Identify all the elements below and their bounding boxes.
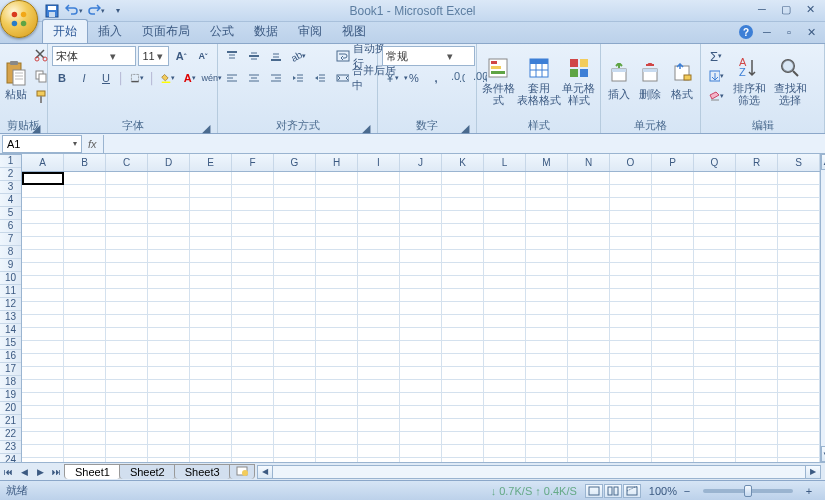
row-header-19[interactable]: 19 — [0, 389, 21, 402]
mdi-restore[interactable]: ▫ — [781, 25, 797, 39]
sheet-tab-1[interactable]: Sheet1 — [64, 464, 121, 479]
row-header-16[interactable]: 16 — [0, 350, 21, 363]
tab-review[interactable]: 审阅 — [288, 20, 332, 43]
scroll-up-button[interactable]: ▲ — [821, 154, 825, 170]
close-button[interactable]: ✕ — [799, 2, 821, 16]
next-sheet-button[interactable]: ▶ — [32, 464, 48, 480]
row-header-4[interactable]: 4 — [0, 194, 21, 207]
row-header-21[interactable]: 21 — [0, 415, 21, 428]
percent-button[interactable]: % — [404, 68, 424, 88]
tab-view[interactable]: 视图 — [332, 20, 376, 43]
row-header-6[interactable]: 6 — [0, 220, 21, 233]
row-header-10[interactable]: 10 — [0, 272, 21, 285]
prev-sheet-button[interactable]: ◀ — [16, 464, 32, 480]
page-layout-view-button[interactable] — [604, 484, 622, 498]
new-sheet-button[interactable] — [229, 464, 255, 479]
orientation-button[interactable]: ab▾ — [288, 46, 309, 66]
format-cells-button[interactable]: 格式 — [668, 46, 696, 116]
paste-button[interactable]: 粘贴 — [4, 46, 28, 116]
col-header-P[interactable]: P — [652, 154, 694, 171]
minimize-button[interactable]: ─ — [751, 2, 773, 16]
col-header-B[interactable]: B — [64, 154, 106, 171]
number-format-combo[interactable]: 常规▾ — [382, 46, 475, 66]
clipboard-launcher[interactable]: ◢ — [31, 122, 41, 132]
name-box[interactable]: A1▾ — [2, 135, 82, 153]
redo-button[interactable]: ▾ — [86, 2, 106, 20]
sheet-tab-2[interactable]: Sheet2 — [119, 464, 176, 479]
increase-decimal-button[interactable]: .0.00 — [448, 68, 468, 88]
row-header-22[interactable]: 22 — [0, 428, 21, 441]
tab-data[interactable]: 数据 — [244, 20, 288, 43]
col-header-J[interactable]: J — [400, 154, 442, 171]
font-name-combo[interactable]: 宋体▾ — [52, 46, 136, 66]
mdi-minimize[interactable]: ─ — [759, 25, 775, 39]
col-header-L[interactable]: L — [484, 154, 526, 171]
fx-icon[interactable]: fx — [82, 138, 103, 150]
fill-color-button[interactable]: ▾ — [158, 68, 178, 88]
align-left-button[interactable] — [222, 68, 242, 88]
row-header-11[interactable]: 11 — [0, 285, 21, 298]
insert-cells-button[interactable]: 插入 — [605, 46, 633, 116]
row-header-24[interactable]: 24 — [0, 454, 21, 462]
align-center-button[interactable] — [244, 68, 264, 88]
col-header-F[interactable]: F — [232, 154, 274, 171]
row-header-12[interactable]: 12 — [0, 298, 21, 311]
cell-styles-button[interactable]: 单元格 样式 — [562, 46, 597, 116]
zoom-out-button[interactable]: − — [677, 481, 697, 501]
first-sheet-button[interactable]: ⏮ — [0, 464, 16, 480]
row-header-9[interactable]: 9 — [0, 259, 21, 272]
col-header-S[interactable]: S — [778, 154, 820, 171]
align-right-button[interactable] — [266, 68, 286, 88]
help-icon[interactable]: ? — [739, 25, 753, 39]
grow-font-button[interactable]: Aˆ — [171, 46, 191, 66]
align-top-button[interactable] — [222, 46, 242, 66]
row-header-14[interactable]: 14 — [0, 324, 21, 337]
font-size-combo[interactable]: 11▾ — [138, 46, 169, 66]
col-header-H[interactable]: H — [316, 154, 358, 171]
row-header-18[interactable]: 18 — [0, 376, 21, 389]
shrink-font-button[interactable]: Aˇ — [193, 46, 213, 66]
col-header-M[interactable]: M — [526, 154, 568, 171]
align-launcher[interactable]: ◢ — [361, 122, 371, 132]
vertical-scrollbar[interactable]: ▲ ▼ — [820, 154, 825, 462]
scroll-down-button[interactable]: ▼ — [821, 446, 825, 462]
tab-insert[interactable]: 插入 — [88, 20, 132, 43]
row-header-2[interactable]: 2 — [0, 168, 21, 181]
col-header-O[interactable]: O — [610, 154, 652, 171]
increase-indent-button[interactable] — [310, 68, 330, 88]
comma-button[interactable]: , — [426, 68, 446, 88]
sort-filter-button[interactable]: AZ排序和 筛选 — [730, 46, 768, 116]
row-header-17[interactable]: 17 — [0, 363, 21, 376]
number-launcher[interactable]: ◢ — [460, 122, 470, 132]
sheet-tab-3[interactable]: Sheet3 — [174, 464, 231, 479]
col-header-Q[interactable]: Q — [694, 154, 736, 171]
col-header-I[interactable]: I — [358, 154, 400, 171]
scroll-left-button[interactable]: ◀ — [257, 465, 273, 479]
bold-button[interactable]: B — [52, 68, 72, 88]
row-header-7[interactable]: 7 — [0, 233, 21, 246]
autosum-button[interactable]: Σ▾ — [705, 46, 727, 66]
border-button[interactable]: ▾ — [127, 68, 147, 88]
accounting-format-button[interactable]: ¥▾ — [382, 68, 402, 88]
horizontal-scrollbar[interactable]: ◀ ▶ — [257, 465, 821, 479]
clear-button[interactable]: ▾ — [705, 86, 727, 106]
row-header-3[interactable]: 3 — [0, 181, 21, 194]
font-launcher[interactable]: ◢ — [201, 122, 211, 132]
tab-formulas[interactable]: 公式 — [200, 20, 244, 43]
mdi-close[interactable]: ✕ — [803, 25, 819, 39]
font-color-button[interactable]: A▾ — [180, 68, 200, 88]
fill-button[interactable]: ▾ — [705, 66, 727, 86]
col-header-N[interactable]: N — [568, 154, 610, 171]
col-header-D[interactable]: D — [148, 154, 190, 171]
conditional-format-button[interactable]: 条件格式 — [481, 46, 516, 116]
col-header-K[interactable]: K — [442, 154, 484, 171]
col-header-E[interactable]: E — [190, 154, 232, 171]
underline-button[interactable]: U — [96, 68, 116, 88]
row-header-8[interactable]: 8 — [0, 246, 21, 259]
row-header-5[interactable]: 5 — [0, 207, 21, 220]
col-header-R[interactable]: R — [736, 154, 778, 171]
delete-cells-button[interactable]: 删除 — [636, 46, 664, 116]
col-header-G[interactable]: G — [274, 154, 316, 171]
scroll-right-button[interactable]: ▶ — [805, 465, 821, 479]
undo-button[interactable]: ▾ — [64, 2, 84, 20]
